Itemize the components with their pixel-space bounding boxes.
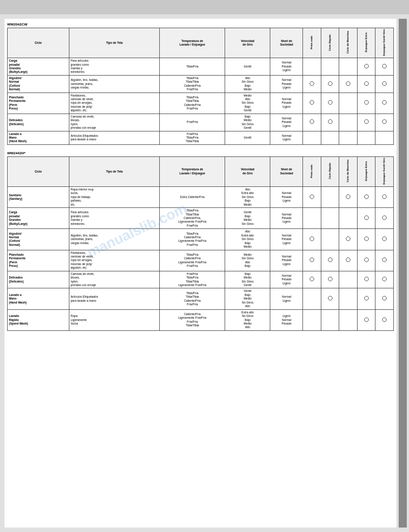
table-row: LavadoRápido(Speed Wash) RopaLigeramente… <box>8 309 394 330</box>
table-row: Algodón/Normal(Cotton/Normal) Algodón, l… <box>8 75 394 93</box>
prela-cell <box>303 208 321 229</box>
extra-cell <box>357 288 375 309</box>
col-tipo-tela: Tipo de Tela <box>69 156 160 186</box>
tipo-tela-cell: Artículos Etiquetadospara lavado a mano <box>69 288 160 309</box>
vel-cell: Gentil <box>225 58 270 76</box>
model2-section: WM2442H* Ciclo Tipo de Tela Temperatura … <box>7 151 394 331</box>
vel-cell: AltoSin GirosBajoMedio <box>225 75 270 93</box>
temp-cell: Fría/FríaTibia/FríaTibia/Tibia <box>160 131 225 144</box>
nivel-cell: NormalPesadoLigero <box>270 271 303 288</box>
model2-table: Ciclo Tipo de Tela Temperatura deLavado … <box>7 156 394 331</box>
col-rapido: Ciclo Rápido <box>321 156 339 186</box>
extra-cell <box>357 208 375 229</box>
col-velocidad: Velocidadde Giro <box>225 156 270 186</box>
nivel-cell: NormalPesadoLigero <box>270 250 303 271</box>
manchas-cell <box>339 114 358 131</box>
tipo-tela-cell: Camisas de vestir,blusas,nylon,prendas c… <box>69 114 160 131</box>
ciclo-cell: Delicados(Delicates) <box>8 114 69 131</box>
side-bar <box>399 19 407 528</box>
table-row: Lavado aMano(Hand Wash) Artículos Etique… <box>8 288 394 309</box>
prela-cell <box>303 114 321 131</box>
temp-cell: Tibia/FríaTibia/TibiaCaliente/FríaFría/F… <box>160 288 225 309</box>
extra-cell <box>357 58 375 76</box>
prela-cell <box>303 271 321 288</box>
rapido-cell <box>321 271 339 288</box>
vel-cell: MedioSin GirosAltoBajo <box>225 250 270 271</box>
col-gentil: Enjuague Gentil Giro <box>375 28 394 58</box>
gentil-cell <box>375 309 394 330</box>
tipo-tela-cell: Ropa interior muysucia,ropa de trabajo,p… <box>69 186 160 207</box>
nivel-cell: LigeroNormalPesado <box>270 309 303 330</box>
gentil-cell <box>375 93 394 114</box>
extra-cell <box>357 131 375 144</box>
vel-cell: BajoMedioSin GirosGentil <box>225 114 270 131</box>
temp-cell: Tibia/FríaTibia/TibiaCaliente/FríaFría/F… <box>160 93 225 114</box>
table-row: Lavado aMano(Hand Wash) Artículos Etique… <box>8 131 394 144</box>
col-velocidad: Velocidadde Giro <box>225 28 270 58</box>
nivel-cell: NormalPesadoLigero <box>270 58 303 76</box>
tipo-tela-cell: Camisas de vestir,bluses,nylon,prendas c… <box>69 271 160 288</box>
vel-cell: Gentil <box>225 131 270 144</box>
nivel-cell: NormalPesadoLigero <box>270 186 303 207</box>
ciclo-cell: Cargapesada/Grandes(Bulky/Large) <box>8 208 69 229</box>
tipo-tela-cell: Para artículosgrandes comomantas yedredo… <box>69 208 160 229</box>
ciclo-cell: Algodón/Normal(Cotton/Normal) <box>8 229 69 250</box>
top-bar <box>0 0 409 14</box>
ciclo-cell: Cargapesada/Grandes(Bulky/Large) <box>8 58 69 76</box>
gentil-cell <box>375 75 394 93</box>
vel-cell: MedioAltoSin GirosBajoGentil <box>225 93 270 114</box>
col-gentil: Enjuague Gentil Giro <box>375 156 394 186</box>
temp-cell: Tibia/FríaTibia/TibiaCaliente/FríaFría/F… <box>160 75 225 93</box>
nivel-cell: NormalPesadoLigero <box>270 208 303 229</box>
ciclo-cell: Lavado aMano(Hand Wash) <box>8 131 69 144</box>
nivel-cell: NormalLigero <box>270 131 303 144</box>
manchas-cell <box>339 288 358 309</box>
vel-cell: Extra altoNo GirosBajoMedioAlto <box>225 309 270 330</box>
col-ciclo: Ciclo <box>8 28 69 58</box>
temp-cell: Extra Caliente/Fría <box>160 186 225 207</box>
col-ciclo: Ciclo <box>8 156 69 186</box>
temp-cell: Fría/Fría <box>160 114 225 131</box>
model1-label: WM2042CW <box>7 22 394 26</box>
rapido-cell <box>321 114 339 131</box>
ciclo-cell: Delicados(Delicates) <box>8 271 69 288</box>
col-temperatura: Temperatura deLavado / Enjuague <box>160 28 225 58</box>
gentil-cell <box>375 58 394 76</box>
rapido-cell <box>321 288 339 309</box>
extra-cell <box>357 186 375 207</box>
rapido-cell <box>321 250 339 271</box>
col-temperatura: Temperatura deLavado / Enjuague <box>160 156 225 186</box>
ciclo-cell: Algodón/Normal(Cotton/Normal) <box>8 75 69 93</box>
rapido-cell <box>321 309 339 330</box>
rapido-cell <box>321 75 339 93</box>
model1-table: Ciclo Tipo de Tela Temperatura deLavado … <box>7 28 394 145</box>
manchas-cell <box>339 208 358 229</box>
vel-cell: AltoExtra altoSin GirosBajoMedio <box>225 186 270 207</box>
table-row: Algodón/Normal(Cotton/Normal) Algodón, l… <box>8 229 394 250</box>
col-prela: Prela vado <box>303 28 321 58</box>
manchas-cell <box>339 271 358 288</box>
tipo-tela-cell: Algodón, lino, toallas,camisetas, jeans,… <box>69 229 160 250</box>
vel-cell: AltoExtra altoSin GirosBajoMedio <box>225 229 270 250</box>
gentil-cell <box>375 271 394 288</box>
nivel-cell: NormalPesadoLigero <box>270 229 303 250</box>
table-row: PlanchadoPermanente(PermPress) Pantalone… <box>8 93 394 114</box>
col-prela: Prela vado <box>303 156 321 186</box>
temp-cell: Tibia/Fría <box>160 58 225 76</box>
nivel-cell: NormalPesadoLigero <box>270 93 303 114</box>
table-row: Cargapesada/Grandes(Bulky/Large) Para ar… <box>8 58 394 76</box>
nivel-cell: NormalPesadoLigero <box>270 75 303 93</box>
extra-cell <box>357 309 375 330</box>
vel-cell: GentilBajoMedioNo GirosAlto <box>225 288 270 309</box>
gentil-cell <box>375 186 394 207</box>
rapido-cell <box>321 131 339 144</box>
ciclo-cell: Sanitario(Sanitary) <box>8 186 69 207</box>
col-nivel: Nivel deSuciedad <box>270 28 303 58</box>
rapido-cell <box>321 229 339 250</box>
rapido-cell <box>321 58 339 76</box>
prela-cell <box>303 75 321 93</box>
col-rapido: Ciclo Rápido <box>321 28 339 58</box>
rapido-cell <box>321 93 339 114</box>
table-row: Delicados(Delicates) Camisas de vestir,b… <box>8 271 394 288</box>
nivel-cell: NormalPesadoLigero <box>270 114 303 131</box>
